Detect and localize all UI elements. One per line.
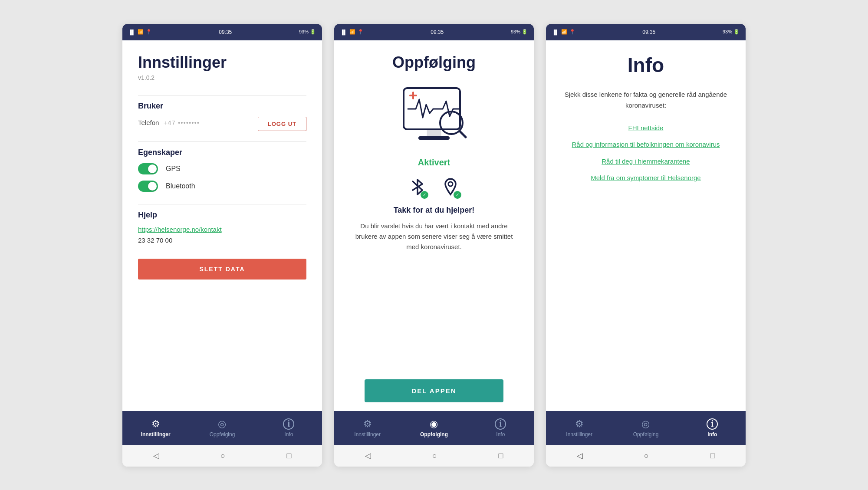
nav-info-2[interactable]: i Info xyxy=(479,418,522,437)
oppfolging-screen: Oppfølging Aktivert xyxy=(334,40,534,411)
bluetooth-icon-container: ✓ xyxy=(409,177,426,197)
wifi-icon-3: 📶 xyxy=(561,29,567,35)
phone-info-row: Telefon +47 •••••••• xyxy=(138,119,200,126)
screen-content-2: Oppfølging Aktivert xyxy=(334,40,534,411)
svg-rect-2 xyxy=(419,137,449,139)
bottom-nav-2: ⚙ Innstillinger ◉ Oppfølging i Info xyxy=(334,411,534,445)
gps-label: GPS xyxy=(166,165,181,173)
battery-1: 93% 🔋 xyxy=(299,29,316,35)
help-link[interactable]: https://helsenorge.no/kontakt xyxy=(138,226,306,233)
recents-icon-3[interactable]: □ xyxy=(710,451,715,460)
back-icon-3[interactable]: ◁ xyxy=(577,451,583,460)
home-icon-3[interactable]: ○ xyxy=(644,451,649,460)
nav-oppfolging-2[interactable]: ◉ Oppfølging xyxy=(412,418,456,437)
battery-percent-3: 93% 🔋 xyxy=(723,29,740,35)
time-2: 09:35 xyxy=(431,29,444,35)
info-description: Sjekk disse lenkene for fakta og generel… xyxy=(562,89,730,111)
battery-2: 93% 🔋 xyxy=(511,29,528,35)
nav-info-1[interactable]: i Info xyxy=(267,418,310,437)
bluetooth-label: Bluetooth xyxy=(166,182,195,190)
hjemmekarantene-link[interactable]: Råd til deg i hjemmekarantene xyxy=(602,157,690,167)
divider-3 xyxy=(138,204,306,204)
phone-label: Telefon xyxy=(138,119,159,126)
status-bar-1: ▐▌ 📶 📍 09:35 93% 🔋 xyxy=(122,24,322,40)
settings-screen: Innstillinger v1.0.2 Bruker Telefon +47 … xyxy=(122,40,322,411)
aktivert-label: Aktivert xyxy=(418,158,450,168)
gesture-bar-1: ◁ ○ □ xyxy=(122,445,322,467)
nav-label-oppfolging-2: Oppfølging xyxy=(420,431,448,437)
home-icon-2[interactable]: ○ xyxy=(432,451,437,460)
icons-row: ✓ ✓ xyxy=(409,177,459,197)
nav-innstillinger-2[interactable]: ⚙ Innstillinger xyxy=(346,418,389,437)
location-icon-container: ✓ xyxy=(442,177,459,197)
help-phone: 23 32 70 00 xyxy=(138,237,306,244)
settings-title: Innstillinger xyxy=(138,53,306,72)
info-screen: Info Sjekk disse lenkene for fakta og ge… xyxy=(546,40,746,411)
status-bar-3: ▐▌ 📶 📍 09:35 93% 🔋 xyxy=(546,24,746,40)
time-3: 09:35 xyxy=(642,29,655,35)
screen-content-1: Innstillinger v1.0.2 Bruker Telefon +47 … xyxy=(122,40,322,411)
info-icon-1: i xyxy=(283,418,294,430)
phone-info: ▐▌ 📶 📍 09:35 93% 🔋 Info Sjekk disse lenk… xyxy=(546,24,746,467)
phone-innstillinger: ▐▌ 📶 📍 09:35 93% 🔋 Innstillinger v1.0.2 … xyxy=(122,24,322,467)
info-icon-3: i xyxy=(707,418,718,430)
wifi-icon-2: 📶 xyxy=(349,29,355,35)
battery-percent-1: 93% 🔋 xyxy=(299,29,316,35)
egenskaper-title: Egenskaper xyxy=(138,148,306,157)
nav-label-innstillinger-3: Innstillinger xyxy=(566,431,592,437)
signal-icon-2: ▐▌ xyxy=(340,30,347,35)
gear-icon-3: ⚙ xyxy=(575,418,584,430)
meld-fra-link[interactable]: Meld fra om symptomer til Helsenorge xyxy=(591,173,700,183)
battery-3: 93% 🔋 xyxy=(723,29,740,35)
gear-icon-1: ⚙ xyxy=(151,418,160,430)
recents-icon-1[interactable]: □ xyxy=(286,451,291,460)
divider-1 xyxy=(138,95,306,95)
back-icon-2[interactable]: ◁ xyxy=(365,451,371,460)
rad-befolkning-link[interactable]: Råd og informasjon til befolkningen om k… xyxy=(572,140,720,150)
user-row: Telefon +47 •••••••• LOGG UT xyxy=(138,117,306,131)
location-check-badge: ✓ xyxy=(454,191,461,199)
gesture-bar-2: ◁ ○ □ xyxy=(334,445,534,467)
recents-icon-2[interactable]: □ xyxy=(498,451,503,460)
nav-innstillinger-3[interactable]: ⚙ Innstillinger xyxy=(558,418,601,437)
settings-version: v1.0.2 xyxy=(138,74,306,81)
home-icon-1[interactable]: ○ xyxy=(220,451,225,460)
bluetooth-toggle[interactable] xyxy=(138,181,158,192)
delete-data-button[interactable]: SLETT DATA xyxy=(138,259,306,280)
hjelp-title: Hjelp xyxy=(138,210,306,220)
nav-label-info-1: Info xyxy=(284,431,293,437)
del-appen-button[interactable]: DEL APPEN xyxy=(365,379,503,402)
fhi-link[interactable]: FHI nettside xyxy=(628,123,664,133)
logout-button[interactable]: LOGG UT xyxy=(258,117,306,131)
phone-oppfolging: ▐▌ 📶 📍 09:35 93% 🔋 Oppfølging xyxy=(334,24,534,467)
svg-rect-1 xyxy=(427,129,441,137)
svg-line-6 xyxy=(460,131,466,137)
bottom-nav-3: ⚙ Innstillinger ◎ Oppfølging i Info xyxy=(546,411,746,445)
svg-point-7 xyxy=(448,182,453,186)
nav-oppfolging-3[interactable]: ◎ Oppfølging xyxy=(624,418,667,437)
back-icon-1[interactable]: ◁ xyxy=(153,451,159,460)
status-icons-left-3: ▐▌ 📶 📍 xyxy=(552,29,575,35)
gps-toggle-row: GPS xyxy=(138,163,306,174)
oppfolging-title: Oppfølging xyxy=(392,53,476,72)
nav-oppfolging-1[interactable]: ◎ Oppfølging xyxy=(201,418,244,437)
user-section-title: Bruker xyxy=(138,102,306,111)
target-icon-1: ◎ xyxy=(218,418,226,430)
status-bar-2: ▐▌ 📶 📍 09:35 93% 🔋 xyxy=(334,24,534,40)
nav-label-info-3: Info xyxy=(707,431,717,437)
wifi-icon-1: 📶 xyxy=(138,29,144,35)
location-icon-2: 📍 xyxy=(358,29,364,35)
nav-innstillinger-1[interactable]: ⚙ Innstillinger xyxy=(134,418,178,437)
info-title: Info xyxy=(628,53,664,77)
nav-label-info-2: Info xyxy=(496,431,505,437)
info-links-container: FHI nettside Råd og informasjon til befo… xyxy=(562,123,730,183)
target-icon-3: ◎ xyxy=(641,418,650,430)
divider-2 xyxy=(138,141,306,142)
bluetooth-check-badge: ✓ xyxy=(421,191,428,199)
gps-toggle[interactable] xyxy=(138,163,158,174)
screen-content-3: Info Sjekk disse lenkene for fakta og ge… xyxy=(546,40,746,411)
bottom-nav-1: ⚙ Innstillinger ◎ Oppfølging i Info xyxy=(122,411,322,445)
status-icons-left-2: ▐▌ 📶 📍 xyxy=(340,29,364,35)
nav-label-innstillinger-2: Innstillinger xyxy=(354,431,381,437)
nav-info-3[interactable]: i Info xyxy=(690,418,734,437)
